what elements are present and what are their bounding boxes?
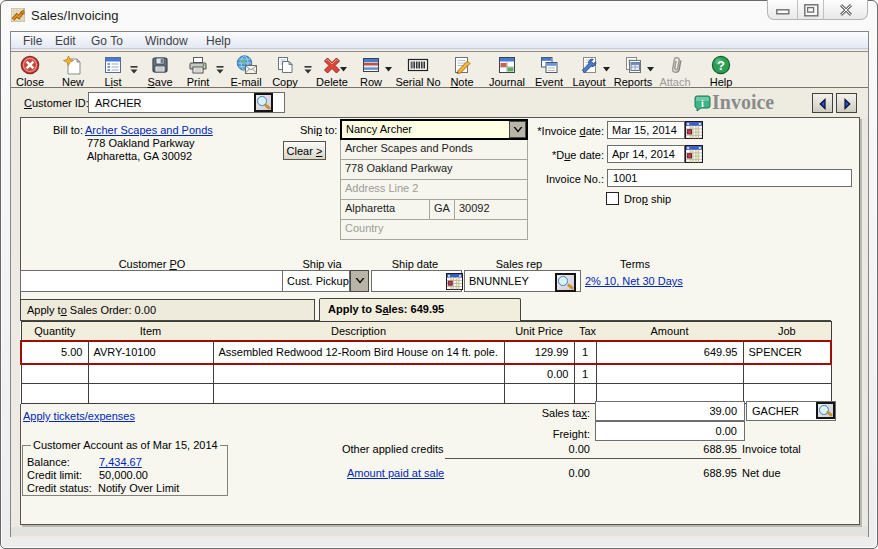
svg-text:?: ? [717,58,725,73]
svg-text:i: i [701,98,704,109]
